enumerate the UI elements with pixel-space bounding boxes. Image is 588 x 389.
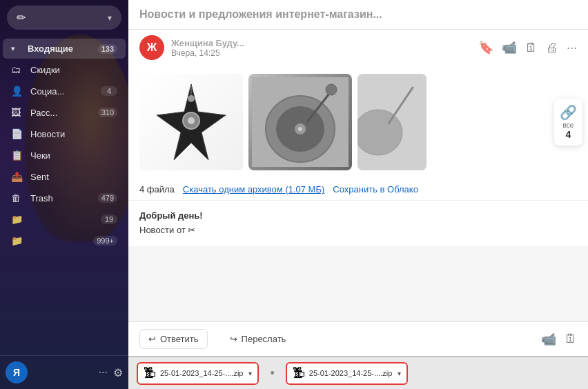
sidebar-item-sent[interactable]: 📤 Sent [3,166,126,187]
sidebar-item-label: Новости [30,129,117,139]
sidebar-item-label: Входящие [28,43,98,54]
chevron-icon: ▾ [108,13,112,23]
svg-point-11 [326,84,337,95]
more-button[interactable]: ··· [99,366,108,379]
user-avatar[interactable]: Я [6,361,28,383]
more-count: 4 [566,129,571,140]
sender-time: Вчера, 14:25 [171,48,471,58]
calendar-icon[interactable]: 🗓 [525,41,538,55]
reply-actions-right: 📹 🗓 [541,332,577,347]
sidebar-nav: ▾ Входящие 133 🗂 Скидки 👤 Социа... 4 [0,35,128,355]
newsletters-count: 310 [98,108,117,117]
download-text: Скачать одним архивом [183,184,283,194]
zip-icon-2: 🗜 [293,366,305,381]
save-cloud-link[interactable]: Сохранить в Облако [333,184,418,194]
people-icon: 👤 [11,86,25,97]
download-item-1[interactable]: 🗜 25-01-2023_14-25-....zip ▾ [137,362,259,385]
body-line-1: Добрый день! [139,209,577,223]
sidebar-item-folder1[interactable]: 📁 19 [3,209,126,230]
forward-icon: ↪ [230,334,237,344]
sender-avatar: Ж [139,35,164,60]
sidebar-item-label: Скидки [30,65,117,75]
body-line-2: Новости от ✂ [139,223,577,238]
robot-illustration [150,81,233,163]
app-container: ✏ ▾ ▾ Входящие 133 🗂 Скидки 👤 [0,0,588,389]
sidebar-footer: Я ··· ⚙ [0,355,128,389]
sidebar-item-trash[interactable]: 🗑 Trash 479 [3,188,126,208]
file-count-label: 4 файла [139,184,175,194]
file-name-1: 25-01-2023_14-25-....zip [160,369,243,377]
receipt-icon: 📋 [11,150,25,161]
sidebar-item-label: Социа... [30,86,101,97]
forward-label: Переслать [242,334,286,344]
svg-point-2 [188,117,195,124]
sent-icon: 📤 [11,171,25,182]
reply-button[interactable]: ↩ Ответить [139,329,208,349]
folder-icon: 🗂 [11,64,25,75]
reply-icon: ↩ [148,334,156,344]
all-label: все [563,121,574,129]
expand-icon: ▾ [11,45,25,52]
sidebar-item-news[interactable]: 📄 Новости [3,123,126,144]
files-info-row: 4 файла Скачать одним архивом (1.07 МБ) … [128,179,588,200]
folder-icon: 📁 [11,214,25,225]
sidebar-item-inbox[interactable]: ▾ Входящие 133 [3,39,126,59]
email-actions: 🔖 📹 🗓 🖨 ··· [478,40,577,55]
footer-icons: ··· ⚙ [99,366,123,379]
download-bar: 🗜 25-01-2023_14-25-....zip ▾ • 🗜 25-01-2… [128,356,588,389]
email-title: Новости и предложения интернет-магазин..… [139,8,577,21]
forward-button[interactable]: ↪ Переслать [222,330,295,348]
sidebar-item-label: Чеки [30,150,117,161]
email-meta: Ж Женщина Буду... Вчера, 14:25 🔖 📹 🗓 🖨 ·… [128,30,588,66]
svg-point-4 [188,95,195,102]
sidebar: ✏ ▾ ▾ Входящие 133 🗂 Скидки 👤 [0,0,128,389]
bookmark-icon[interactable]: 🔖 [478,40,493,55]
attachments-area: 🔗 все 4 [128,66,588,179]
main-content: Новости и предложения интернет-магазин..… [128,0,588,389]
reply-calendar-icon[interactable]: 🗓 [565,332,577,347]
svg-point-13 [357,110,402,155]
reply-bar: ↩ Ответить ↪ Переслать 📹 🗓 [128,321,588,356]
attachment-thumb-2[interactable] [248,74,352,170]
news-icon: 📄 [11,128,25,139]
more-actions-icon[interactable]: ··· [567,41,577,55]
settings-icon[interactable]: ⚙ [113,366,123,379]
download-archive-link[interactable]: Скачать одним архивом (1.07 МБ) [183,184,324,194]
svg-point-9 [298,127,302,131]
folder1-count: 19 [101,215,117,224]
partial-illustration [357,74,427,170]
sidebar-item-label: Trash [30,193,98,203]
sidebar-item-discounts[interactable]: 🗂 Скидки [3,59,126,80]
chevron-down-icon-2: ▾ [398,370,401,377]
sidebar-item-label: Расс... [30,108,98,118]
sidebar-item-folder2[interactable]: 📁 999+ [3,230,126,251]
sidebar-item-label: Sent [30,172,117,182]
email-header: Новости и предложения интернет-магазин..… [128,0,588,30]
separator: • [270,366,274,381]
compose-button[interactable]: ✏ ▾ [7,6,121,30]
social-count: 4 [101,86,117,96]
sidebar-item-social[interactable]: 👤 Социа... 4 [3,81,126,101]
download-size: (1.07 МБ) [285,184,324,194]
reply-label: Ответить [160,334,199,344]
zip-icon-1: 🗜 [144,366,156,381]
folder-icon: 📁 [11,235,25,246]
sidebar-item-newsletters[interactable]: 🖼 Расс... 310 [3,102,126,123]
email-body: Добрый день! Новости от ✂ [128,200,588,246]
inbox-count: 133 [98,44,117,54]
video-icon[interactable]: 📹 [502,40,517,55]
attachment-thumb-3[interactable] [357,74,427,170]
print-icon[interactable]: 🖨 [546,41,558,55]
download-item-2[interactable]: 🗜 25-01-2023_14-25-....zip ▾ [286,362,408,385]
mail-icon: 🖼 [11,107,25,118]
trash-count: 479 [98,193,117,203]
chevron-down-icon-1: ▾ [248,370,252,377]
pencil-icon: ✏ [17,11,26,24]
sidebar-item-cheques[interactable]: 📋 Чеки [3,145,126,166]
reply-video-icon[interactable]: 📹 [541,332,556,347]
more-attachments-badge[interactable]: 🔗 все 4 [554,99,582,146]
file-name-2: 25-01-2023_14-25-....zip [309,369,392,377]
attachment-thumb-1[interactable] [139,74,243,170]
folder2-count: 999+ [93,236,117,246]
attachment-icon: 🔗 [560,104,577,121]
